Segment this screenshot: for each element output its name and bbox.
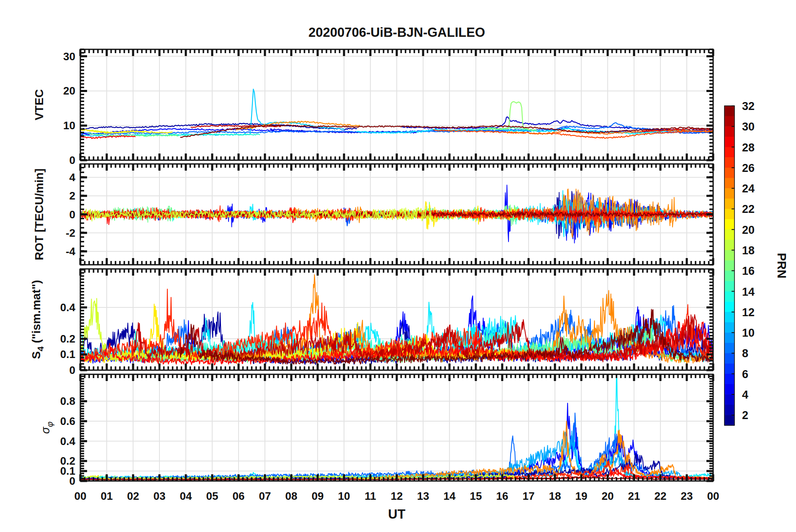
colorbar-cell [724,178,734,189]
gridlines [80,49,713,160]
x-tick-label: 09 [312,490,324,502]
y-tick-label: -4 [66,245,76,258]
x-tick-label: 18 [549,490,561,502]
colorbar-cell [724,292,734,302]
colorbar-cell [724,157,734,168]
x-tick-label: 14 [444,490,456,502]
colorbar-cell [724,281,734,292]
x-tick-label: 11 [365,490,376,502]
y-tick-label: 2 [69,189,75,202]
colorbar-cell [724,394,734,405]
colorbar-tick-label: 12 [742,306,755,319]
colorbar-tick-label: 32 [742,100,755,113]
x-tick-label: 19 [575,490,588,502]
colorbar-cell [724,168,734,178]
y-tick-label: 0 [69,208,75,221]
colorbar-tick-label: 4 [742,389,748,401]
colorbar-tick-label: 22 [742,203,755,215]
colorbar-cell [724,250,734,261]
y-tick-labels: -4-2024 [66,171,76,258]
colorbar-cell [724,322,734,333]
x-tick-label: 05 [206,490,218,502]
colorbar-tick-label: 20 [742,224,755,236]
y-tick-label: 0.6 [60,415,75,427]
y-tick-label: 0.8 [60,395,75,407]
colorbar-cell [724,147,734,158]
colorbar-cell [724,209,734,219]
colorbar-cell [724,261,734,271]
colorbar-tick-label: 6 [742,368,748,381]
y-tick-label: 0.4 [60,301,76,314]
y-tick-label: 0.2 [60,332,75,345]
colorbar-cell [724,312,734,322]
colorbar-cell [724,271,734,281]
y-tick-label: 0 [69,154,75,166]
series-line-prn-28 [80,136,135,139]
colorbar-cell [724,219,734,230]
y-axis-label: σφ [39,422,54,434]
colorbar-cell [724,302,734,312]
x-tick-label: 13 [417,490,429,502]
y-tick-label: 20 [63,84,75,97]
y-tick-label: 0.1 [60,348,75,361]
colorbar-cell [724,230,734,240]
y-tick-label: 0.4 [60,435,76,448]
colorbar-tick-label: 26 [742,162,755,174]
x-tick-label: 02 [127,490,139,502]
x-tick-label: 16 [496,490,508,502]
x-tick-label: 15 [470,490,482,502]
y-tick-labels: 00.10.20.40.60.8 [60,395,76,487]
y-tick-label: 0.2 [60,455,75,467]
colorbar-cell [724,137,734,147]
colorbar-tick-label: 18 [742,244,755,257]
y-tick-label: 30 [63,50,75,63]
panel-vtec: 0102030VTEC [33,49,713,166]
colorbar-cell [724,343,734,353]
x-tick-label: 04 [180,490,192,502]
panel-sigma_phi: 00.10.20.40.60.8σφ [39,361,713,487]
x-axis-label: UT [0,507,793,522]
y-tick-labels: 0102030 [63,50,75,166]
colorbar-tick-label: 14 [742,286,755,298]
x-tick-label: 07 [259,490,271,502]
colorbar-cell [724,374,734,384]
colorbar-cell [724,415,734,425]
y-axis-label: VTEC [33,89,46,120]
y-tick-label: -2 [66,227,75,239]
x-tick-labels: 0001020304050607080910111213141516171819… [74,490,719,502]
gridlines [80,374,713,481]
colorbar-cell [724,106,734,116]
x-tick-label: 23 [681,490,693,502]
y-tick-label: 4 [69,171,76,184]
y-axis-label: S4 ("ism.mat") [30,280,45,359]
y-tick-label: 0 [69,364,75,376]
x-tick-label: 00 [74,490,87,502]
colorbar-cell [724,116,734,127]
colorbar-tick-label: 28 [742,141,755,154]
panel-s4: 00.10.20.4S4 ("ism.mat") [30,269,713,376]
chart-canvas: 0102030VTEC-4-2024ROT [TECU/min]00.10.20… [0,0,796,532]
colorbar-tick-label: 24 [742,182,755,195]
colorbar-tick-label: 30 [742,120,755,133]
y-tick-labels: 00.10.20.4 [60,301,76,376]
colorbar-cell [724,353,734,363]
colorbar-tick-label: 8 [742,347,748,360]
x-tick-label: 21 [628,490,640,502]
colorbar-cell [724,332,734,343]
colorbar-tick-label: 16 [742,265,755,277]
x-tick-label: 22 [655,490,667,502]
colorbar-cell [724,405,734,415]
x-tick-label: 20 [602,490,614,502]
y-tick-label: 10 [63,119,75,132]
colorbar-cell [724,240,734,250]
screenshot-root: 20200706-UiB-BJN-GALILEO 0102030VTEC-4-2… [0,0,796,532]
panel-rot: -4-2024ROT [TECU/min] [33,164,713,265]
y-axis-label: ROT [TECU/min] [33,169,46,260]
colorbar-cell [724,126,734,137]
x-tick-label: 08 [285,490,298,502]
colorbar-cell [724,199,734,209]
x-tick-label: 00 [707,490,719,502]
x-tick-label: 06 [233,490,245,502]
colorbar-label: PRN [775,253,788,278]
x-tick-label: 12 [391,490,403,502]
